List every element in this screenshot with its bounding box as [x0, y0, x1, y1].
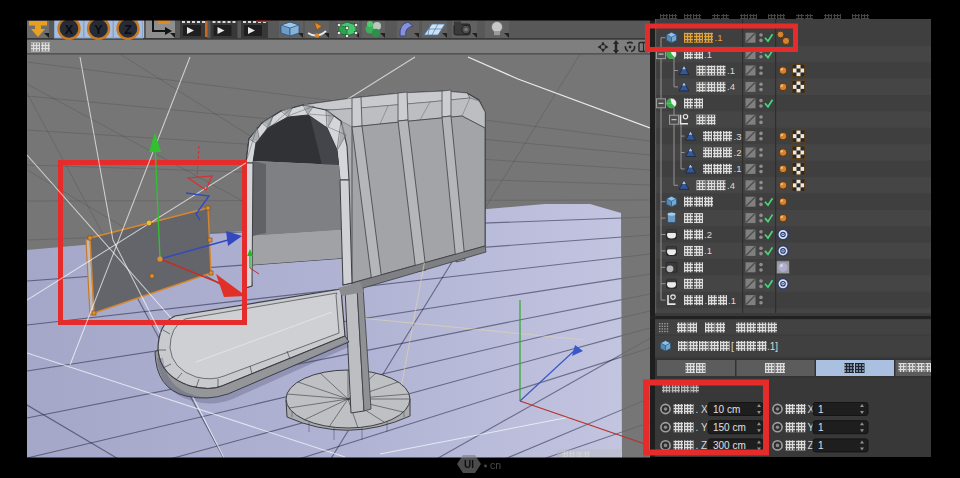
- svg-text:.1: .1: [727, 65, 735, 76]
- svg-text:1: 1: [818, 404, 824, 415]
- svg-text:. X: . X: [696, 404, 709, 415]
- svg-text:Y: Y: [94, 23, 103, 37]
- svg-text:.4: .4: [727, 180, 735, 191]
- svg-text:cn: cn: [490, 459, 501, 471]
- svg-text:.4: .4: [727, 81, 735, 92]
- svg-text:X: X: [65, 23, 74, 37]
- svg-text:.: .: [705, 295, 708, 306]
- svg-text:Z: Z: [124, 23, 132, 37]
- svg-text:. Z: . Z: [696, 440, 708, 451]
- svg-text:.1: .1: [715, 32, 723, 43]
- svg-text:.1]: .1]: [767, 341, 778, 352]
- svg-text:.3: .3: [734, 131, 742, 142]
- svg-text:.2: .2: [734, 147, 742, 158]
- svg-text:1: 1: [818, 422, 824, 433]
- svg-text:150 cm: 150 cm: [713, 422, 746, 433]
- svg-text:.1: .1: [728, 295, 736, 306]
- svg-text:10 cm: 10 cm: [713, 404, 740, 415]
- svg-text:[: [: [731, 341, 734, 352]
- svg-text:300 cm: 300 cm: [713, 440, 746, 451]
- svg-text:.1: .1: [704, 245, 712, 256]
- svg-text:. Y: . Y: [696, 422, 708, 433]
- svg-text:1: 1: [818, 440, 824, 451]
- svg-text:UI: UI: [464, 459, 474, 470]
- svg-text:.2: .2: [704, 229, 712, 240]
- svg-text:.1: .1: [734, 163, 742, 174]
